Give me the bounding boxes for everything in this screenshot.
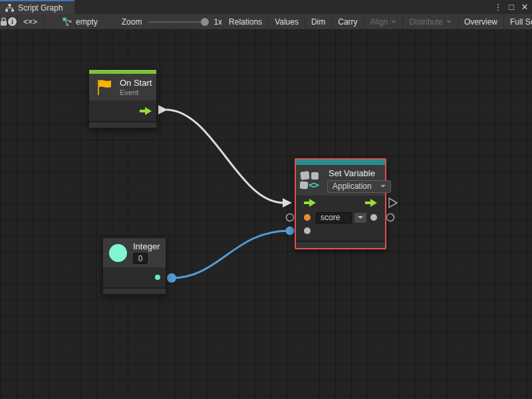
connection-layer — [0, 30, 532, 399]
chevron-down-icon — [446, 21, 452, 23]
graph-canvas[interactable]: On Start Event <> Set Variable Applicati… — [0, 30, 532, 399]
flow-out-arrow-icon[interactable] — [140, 107, 152, 115]
integer-value-field[interactable]: 0 — [133, 253, 148, 264]
set-variable-ports: score — [296, 196, 385, 241]
node-subtitle: Event — [120, 88, 152, 96]
variable-name-port-icon[interactable] — [304, 214, 311, 221]
window-menu-icon[interactable]: ⋮ — [493, 2, 503, 12]
set-variable-name-in-free-port[interactable] — [287, 214, 294, 221]
integer-type-icon — [109, 244, 127, 262]
lock-icon — [0, 17, 7, 26]
graph-pointer-icon — [63, 17, 72, 26]
info-icon: i — [8, 17, 17, 26]
graph-indicator-label: empty — [76, 17, 98, 27]
align-label: Align — [370, 17, 388, 27]
values-label: Values — [275, 17, 299, 27]
overview-label: Overview — [464, 17, 497, 27]
chevron-down-icon — [358, 216, 363, 219]
on-start-header: On Start Event — [89, 74, 156, 100]
full-screen-label: Full Screen — [510, 17, 532, 27]
zoom-label: Zoom — [122, 17, 142, 27]
tab-title: Script Graph — [18, 3, 63, 13]
distribute-dropdown-button[interactable]: Distribute — [403, 14, 458, 29]
set-variable-footer — [296, 241, 385, 248]
code-view-button[interactable]: <×> — [17, 14, 44, 29]
tab-script-graph[interactable]: Script Graph — [0, 0, 74, 14]
variable-name-field[interactable]: score — [316, 212, 352, 223]
zoom-slider[interactable] — [148, 21, 208, 23]
set-variable-flow-in-port[interactable] — [283, 198, 292, 207]
integer-ports — [103, 267, 166, 287]
distribute-label: Distribute — [409, 17, 443, 27]
zoom-value: 1x — [213, 17, 222, 27]
flow-out-arrow-icon[interactable] — [365, 199, 377, 207]
variable-icon: <> — [300, 170, 323, 190]
set-variable-value-in-port[interactable] — [286, 227, 295, 235]
set-variable-value-out-free-port[interactable] — [387, 214, 394, 221]
flag-icon — [96, 78, 113, 96]
lock-button[interactable] — [0, 14, 8, 29]
full-screen-button[interactable]: Full Screen — [504, 14, 532, 29]
code-icon: <×> — [23, 17, 37, 27]
maximize-icon[interactable]: □ — [507, 2, 516, 12]
relations-label: Relations — [229, 17, 262, 27]
node-title: On Start — [120, 78, 152, 88]
info-button[interactable]: i — [8, 14, 17, 29]
value-in-port-icon[interactable] — [304, 227, 311, 234]
overview-button[interactable]: Overview — [458, 14, 504, 29]
node-title: Set Variable — [329, 168, 375, 178]
dim-button[interactable]: Dim — [305, 14, 332, 29]
node-accent-stripe — [296, 160, 385, 165]
integer-output-port-icon[interactable] — [155, 275, 160, 280]
value-out-port-icon[interactable] — [370, 214, 377, 221]
zoom-slider-handle[interactable] — [201, 18, 209, 26]
integer-footer — [103, 287, 166, 294]
node-set-variable[interactable]: <> Set Variable Application scor — [295, 158, 386, 249]
flow-in-arrow-icon[interactable] — [304, 199, 316, 207]
titlebar: Script Graph ⋮ □ ✕ — [0, 0, 532, 14]
chevron-down-icon — [380, 185, 386, 188]
graph-icon — [5, 4, 14, 12]
variable-scope-dropdown[interactable]: Application — [327, 180, 391, 193]
integer-value-out-port[interactable] — [167, 273, 176, 283]
zoom-control: Zoom 1x — [122, 17, 222, 27]
scope-label: Application — [332, 182, 372, 191]
dim-label: Dim — [311, 17, 325, 27]
align-dropdown-button[interactable]: Align — [364, 14, 404, 29]
on-start-flow-out-port[interactable] — [158, 105, 168, 114]
wire-flow-onstart-to-setvariable[interactable] — [166, 110, 283, 203]
integer-header: Integer 0 — [103, 238, 166, 267]
window-controls: ⋮ □ ✕ — [493, 0, 529, 14]
graph-toolbar: i <×> empty Zoom 1x Relations Values Dim… — [0, 14, 532, 30]
close-icon[interactable]: ✕ — [520, 2, 529, 12]
on-start-ports — [89, 100, 156, 121]
carry-button[interactable]: Carry — [332, 14, 364, 29]
set-variable-flow-out-free-port[interactable] — [389, 198, 397, 207]
node-title: Integer — [133, 241, 160, 251]
chevron-down-icon — [391, 21, 396, 23]
values-button[interactable]: Values — [269, 14, 305, 29]
graph-pointer-indicator: empty — [63, 17, 98, 27]
node-integer[interactable]: Integer 0 — [102, 237, 166, 295]
set-variable-header: <> Set Variable Application — [296, 165, 385, 196]
carry-label: Carry — [338, 17, 357, 27]
variable-name-dropdown-button[interactable] — [354, 212, 367, 223]
relations-button[interactable]: Relations — [222, 14, 269, 29]
on-start-footer — [89, 121, 156, 128]
wire-value-integer-to-setvariable[interactable] — [172, 231, 289, 278]
node-on-start[interactable]: On Start Event — [88, 69, 157, 128]
